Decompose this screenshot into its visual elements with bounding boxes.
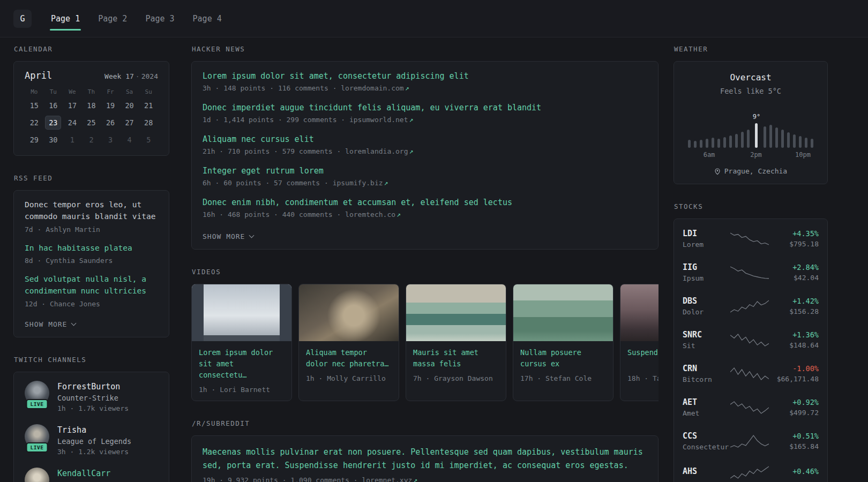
stock-sparkline <box>730 265 769 280</box>
video-title[interactable]: Suspendisse diam <box>627 347 659 370</box>
video-body: Suspendisse diam 18h · Tara <box>620 341 659 389</box>
twitch-widget: TWITCH CHANNELS LIVE ForrestBurton Count… <box>13 356 169 482</box>
tab-page-2[interactable]: Page 2 <box>97 12 128 26</box>
external-link-icon[interactable]: ↗ <box>413 476 417 482</box>
channel-name[interactable]: KendallCarr <box>57 469 110 478</box>
hackernews-widget: HACKER NEWS Lorem ipsum dolor sit amet, … <box>191 45 659 250</box>
hn-story-domain[interactable]: loremdomain.com <box>341 84 403 92</box>
twitch-channel-row[interactable]: KendallCarr <box>25 468 158 482</box>
video-thumbnail[interactable] <box>192 284 291 341</box>
stock-change: +1.36% <box>769 330 819 339</box>
stock-identity: DBS Dolor <box>683 296 730 316</box>
stock-row[interactable]: AET Amet +0.92% $499.72 <box>683 390 819 424</box>
video-title[interactable]: Mauris sit amet massa felis <box>413 347 499 370</box>
video-thumbnail[interactable] <box>406 284 506 341</box>
stock-row[interactable]: LDI Lorem +4.35% $795.18 <box>683 222 819 255</box>
video-thumbnail[interactable] <box>299 284 399 341</box>
stock-row[interactable]: AHS +0.46% <box>683 458 819 482</box>
hn-story-title[interactable]: Lorem ipsum dolor sit amet, consectetur … <box>203 71 647 81</box>
stock-change: +0.92% <box>769 398 819 406</box>
calendar-day: 28 <box>140 116 156 130</box>
stock-row[interactable]: CCS Consectetur +0.51% $165.84 <box>683 424 819 458</box>
stock-symbol: AHS <box>683 466 730 476</box>
reddit-post-title[interactable]: Maecenas mollis pulvinar erat non posuer… <box>203 446 647 472</box>
video-thumbnail[interactable] <box>513 284 613 341</box>
calendar-day: 24 <box>64 116 80 130</box>
hn-story-title[interactable]: Donec enim nibh, condimentum et accumsan… <box>203 198 647 207</box>
weather-bar: 9° <box>753 113 760 148</box>
app-logo[interactable]: G <box>13 10 32 28</box>
weather-bar <box>811 139 813 148</box>
rss-item-title[interactable]: In hac habitasse platea <box>25 243 158 254</box>
stock-price: $795.18 <box>769 240 819 248</box>
rss-item-meta: 7d · Ashlyn Martin <box>25 225 158 234</box>
calendar-day: 20 <box>122 99 138 112</box>
rss-item-title[interactable]: Sed volutpat nulla nisl, a condimentum n… <box>25 274 158 297</box>
weather-location: Prague, Czechia <box>684 167 818 175</box>
avatar <box>25 468 49 482</box>
hn-meta-text: 1d · 1,414 points · 299 comments · <box>203 116 349 124</box>
stock-row[interactable]: IIG Ipsum +2.84% $42.04 <box>683 255 819 289</box>
videos-widget-title: VIDEOS <box>192 268 659 276</box>
twitch-channel-row[interactable]: LIVE ForrestBurton Counter-Strike 1h · 1… <box>25 381 158 412</box>
reddit-post-domain[interactable]: loremnet.xyz <box>362 476 412 482</box>
channel-meta: 3h · 1.2k viewers <box>57 448 131 456</box>
calendar-day: 29 <box>26 133 42 147</box>
stock-name: Bitcorn <box>683 375 730 383</box>
hn-story-title[interactable]: Aliquam nec cursus elit <box>203 134 647 144</box>
stock-identity: AHS <box>683 466 730 478</box>
video-thumbnail[interactable] <box>620 284 659 341</box>
hn-story-domain[interactable]: loremlandia.org <box>345 147 408 155</box>
calendar-day: 21 <box>140 99 156 112</box>
external-link-icon[interactable]: ↗ <box>384 179 388 187</box>
tab-page-3[interactable]: Page 3 <box>144 12 175 26</box>
stock-row[interactable]: DBS Dolor +1.42% $156.28 <box>683 289 819 323</box>
rss-panel: Donec tempor eros leo, ut commodo mauris… <box>13 190 169 337</box>
video-card: Lorem ipsum dolor sit amet consectetu… 1… <box>191 284 292 401</box>
channel-info: KendallCarr <box>57 468 110 482</box>
calendar-day: 15 <box>26 99 42 112</box>
hn-story: Lorem ipsum dolor sit amet, consectetur … <box>203 71 647 92</box>
stock-sparkline <box>730 231 769 246</box>
stock-symbol: DBS <box>683 296 730 306</box>
hn-story-domain[interactable]: ipsumify.biz <box>333 179 383 187</box>
stock-values: +0.46% <box>769 467 819 478</box>
video-title[interactable]: Nullam posuere cursus ex <box>520 347 606 370</box>
chevron-down-icon <box>249 233 255 238</box>
external-link-icon[interactable]: ↗ <box>405 84 409 92</box>
video-meta: 7h · Grayson Dawson <box>413 374 499 382</box>
video-card: Suspendisse diam 18h · Tara <box>620 284 659 401</box>
calendar-day: 25 <box>83 116 99 130</box>
video-title[interactable]: Lorem ipsum dolor sit amet consectetu… <box>199 347 285 381</box>
stock-change: +0.51% <box>769 432 819 440</box>
external-link-icon[interactable]: ↗ <box>396 210 401 219</box>
hackernews-panel: Lorem ipsum dolor sit amet, consectetur … <box>191 61 659 250</box>
external-link-icon[interactable]: ↗ <box>409 116 414 124</box>
calendar-day: 4 <box>122 133 138 147</box>
rss-show-more-button[interactable]: SHOW MORE <box>25 320 76 328</box>
external-link-icon[interactable]: ↗ <box>409 147 414 155</box>
hn-show-more-button[interactable]: SHOW MORE <box>203 232 253 240</box>
time-label: 6am <box>704 151 715 159</box>
calendar-month: April <box>25 70 52 81</box>
weather-bar <box>706 139 708 148</box>
stock-name: Amet <box>683 409 730 417</box>
rss-item-title[interactable]: Donec tempor eros leo, ut commodo mauris… <box>25 199 158 223</box>
hn-story-title[interactable]: Donec imperdiet augue tincidunt felis al… <box>203 103 647 112</box>
calendar-day: 3 <box>102 133 118 147</box>
video-title[interactable]: Aliquam tempor dolor nec pharetra… <box>306 347 392 370</box>
hn-story-domain[interactable]: loremtech.co <box>345 210 395 219</box>
weather-bar <box>717 139 720 148</box>
reddit-post: Maecenas mollis pulvinar erat non posuer… <box>203 446 647 482</box>
tab-page-1[interactable]: Page 1 <box>50 12 81 26</box>
reddit-meta-text: 19h · 9,932 points · 1,090 comments · <box>203 476 362 482</box>
stock-row[interactable]: CRN Bitcorn -1.00% $66,171.48 <box>683 357 819 390</box>
stock-row[interactable]: SNRC Sit +1.36% $148.64 <box>683 323 819 357</box>
hn-story-domain[interactable]: ipsumworld.net <box>349 116 408 124</box>
stock-symbol: AET <box>683 397 730 407</box>
hn-story-title[interactable]: Integer eget rutrum lorem <box>203 166 647 176</box>
channel-name[interactable]: Trisha <box>57 425 131 435</box>
tab-page-4[interactable]: Page 4 <box>192 12 223 26</box>
channel-name[interactable]: ForrestBurton <box>57 382 129 391</box>
twitch-channel-row[interactable]: LIVE Trisha League of Legends 3h · 1.2k … <box>25 424 158 456</box>
